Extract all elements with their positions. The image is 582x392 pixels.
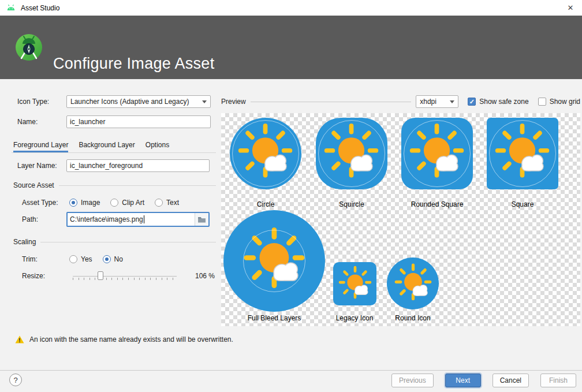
slider-track: [73, 276, 177, 277]
asset-type-text-label: Text: [166, 199, 179, 207]
tile-label: Squircle: [316, 200, 387, 209]
resize-value: 106 %: [191, 270, 215, 282]
warning-row: An icon with the same name already exist…: [15, 334, 233, 345]
asset-type-radios: Image Clip Art Text: [69, 196, 179, 209]
next-button[interactable]: Next: [445, 374, 481, 387]
checkbox-unchecked-icon: [538, 98, 546, 106]
asset-type-label: Asset Type:: [22, 196, 58, 209]
asset-type-image-label: Image: [81, 199, 100, 207]
group-divider: [40, 242, 216, 242]
window-title: Asset Studio: [21, 4, 59, 12]
radio-indicator: [155, 199, 163, 207]
tab-foreground-layer[interactable]: Foreground Layer: [13, 137, 68, 152]
icon-type-dropdown[interactable]: Launcher Icons (Adaptive and Legacy): [66, 95, 211, 108]
show-grid-checkbox[interactable]: Show grid: [538, 98, 580, 106]
text-caret: [144, 215, 144, 223]
trim-yes-radio[interactable]: Yes: [69, 255, 92, 263]
icon-type-label: Icon Type:: [17, 95, 49, 108]
slider-ticks: [73, 278, 177, 280]
trim-no-label: No: [114, 255, 123, 263]
trim-yes-label: Yes: [81, 255, 92, 263]
help-button[interactable]: ?: [9, 374, 22, 386]
android-studio-logo-icon: [15, 33, 43, 61]
tab-options[interactable]: Options: [146, 137, 169, 152]
preview-round-icon: [387, 257, 439, 309]
show-safe-zone-checkbox[interactable]: Show safe zone: [468, 98, 528, 106]
tile-label: Square: [487, 200, 558, 209]
warning-text: An icon with the same name already exist…: [29, 335, 233, 344]
source-asset-group: Source Asset: [13, 181, 216, 189]
trim-label: Trim:: [22, 253, 38, 266]
layer-name-input[interactable]: [66, 159, 210, 172]
resize-label: Resize:: [22, 270, 45, 282]
layer-tabs: Foreground Layer Background Layer Option…: [13, 137, 169, 152]
chevron-down-icon: [450, 100, 454, 103]
path-label: Path:: [22, 213, 38, 226]
preview-divider: [251, 102, 412, 102]
footer-buttons: Previous Next Cancel Finish: [391, 374, 576, 387]
radio-indicator: [110, 199, 118, 207]
previous-button[interactable]: Previous: [391, 374, 434, 387]
scaling-group-label: Scaling: [13, 238, 36, 246]
preview-rounded-square: [401, 118, 473, 189]
tile-label: Round Icon: [374, 313, 452, 323]
preview-label: Preview: [221, 98, 246, 106]
show-grid-label: Show grid: [550, 98, 580, 106]
density-dropdown[interactable]: xhdpi: [416, 95, 458, 108]
path-value: C:\interface\images.png: [70, 215, 143, 223]
preview-full-bleed: [223, 210, 325, 312]
android-app-icon: [6, 4, 16, 12]
checkbox-checked-icon: [468, 98, 476, 106]
warning-icon: [15, 335, 24, 344]
asset-type-clipart-label: Clip Art: [122, 199, 144, 207]
layer-name-label: Layer Name:: [17, 159, 57, 172]
radio-indicator: [103, 255, 111, 263]
tab-background-layer[interactable]: Background Layer: [79, 137, 135, 152]
resize-slider-thumb[interactable]: [98, 271, 103, 280]
source-asset-group-label: Source Asset: [13, 181, 54, 189]
tabs-separator: [12, 152, 216, 153]
name-input[interactable]: [66, 115, 211, 128]
cancel-button[interactable]: Cancel: [493, 374, 529, 387]
window-titlebar: Asset Studio: [0, 0, 582, 16]
page-title: Configure Image Asset: [53, 55, 214, 73]
asset-type-clipart-radio[interactable]: Clip Art: [110, 199, 144, 207]
icon-type-value: Launcher Icons (Adaptive and Legacy): [70, 96, 199, 107]
resize-slider[interactable]: [72, 270, 178, 282]
tile-label: Circle: [230, 200, 301, 209]
preview-legacy-icon: [333, 262, 376, 305]
preview-squircle: [316, 118, 387, 189]
path-field[interactable]: C:\interface\images.png: [66, 212, 210, 227]
close-button[interactable]: ✕: [559, 0, 582, 16]
preview-square: [487, 118, 558, 189]
tile-label: Full Bleed Layers: [223, 313, 325, 323]
radio-indicator: [69, 255, 77, 263]
browse-folder-button[interactable]: [195, 213, 208, 226]
group-divider: [59, 185, 216, 186]
finish-button[interactable]: Finish: [540, 374, 576, 387]
show-safe-zone-label: Show safe zone: [479, 98, 528, 106]
preview-circle: [230, 118, 301, 189]
name-label: Name:: [17, 115, 38, 128]
asset-type-text-radio[interactable]: Text: [155, 199, 179, 207]
density-value: xhdpi: [420, 96, 446, 107]
header-banner: Configure Image Asset: [0, 16, 582, 79]
radio-indicator: [69, 199, 77, 207]
trim-no-radio[interactable]: No: [103, 255, 123, 263]
folder-icon: [197, 216, 206, 223]
trim-radios: Yes No: [69, 253, 123, 266]
tile-label: Rounded Square: [401, 200, 473, 209]
chevron-down-icon: [202, 100, 207, 103]
scaling-group: Scaling: [13, 238, 216, 246]
preview-header: Preview xhdpi Show safe zone Show grid: [221, 95, 580, 108]
preview-canvas: Circle Squircle Rounded Square Square Fu…: [221, 113, 580, 326]
asset-type-image-radio[interactable]: Image: [69, 199, 100, 207]
